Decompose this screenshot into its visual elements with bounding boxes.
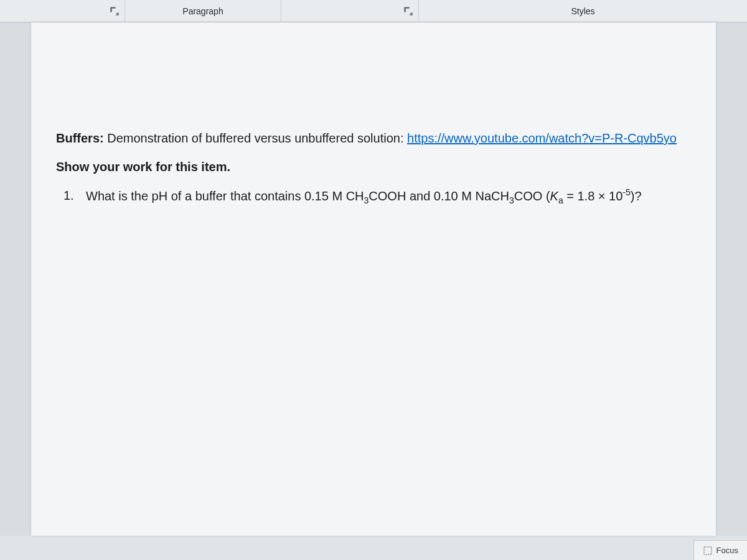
svg-rect-0 <box>704 547 712 554</box>
ribbon-group-left <box>0 0 125 22</box>
instruction-text: Show your work for this item. <box>56 157 691 177</box>
demo-text: Demonstration of buffered versus unbuffe… <box>104 131 407 145</box>
ribbon-group-paragraph: Paragraph <box>125 0 281 22</box>
paragraph-group-label: Paragraph <box>172 6 233 16</box>
focus-label: Focus <box>716 546 738 555</box>
document-page[interactable]: Buffers: Demonstration of buffered versu… <box>31 22 716 536</box>
youtube-link[interactable]: https://www.youtube.com/watch?v=P-R-Cqvb… <box>407 131 677 145</box>
dialog-launcher-icon[interactable] <box>403 6 413 16</box>
dialog-launcher-icon[interactable] <box>110 6 120 16</box>
document-canvas[interactable]: Buffers: Demonstration of buffered versu… <box>0 22 747 536</box>
question-1: 1. What is the pH of a buffer that conta… <box>63 185 691 207</box>
ribbon-group-styles: Styles <box>419 0 747 22</box>
buffers-intro-paragraph: Buffers: Demonstration of buffered versu… <box>56 128 691 148</box>
focus-icon <box>703 546 713 556</box>
styles-group-label: Styles <box>561 6 604 16</box>
focus-mode-button[interactable]: Focus <box>693 540 747 560</box>
question-text: What is the pH of a buffer that contains… <box>86 185 642 207</box>
ribbon-bar: Paragraph Styles <box>0 0 747 22</box>
ribbon-group-mid <box>281 0 418 22</box>
question-number: 1. <box>63 185 75 207</box>
buffers-label: Buffers: <box>56 131 104 145</box>
